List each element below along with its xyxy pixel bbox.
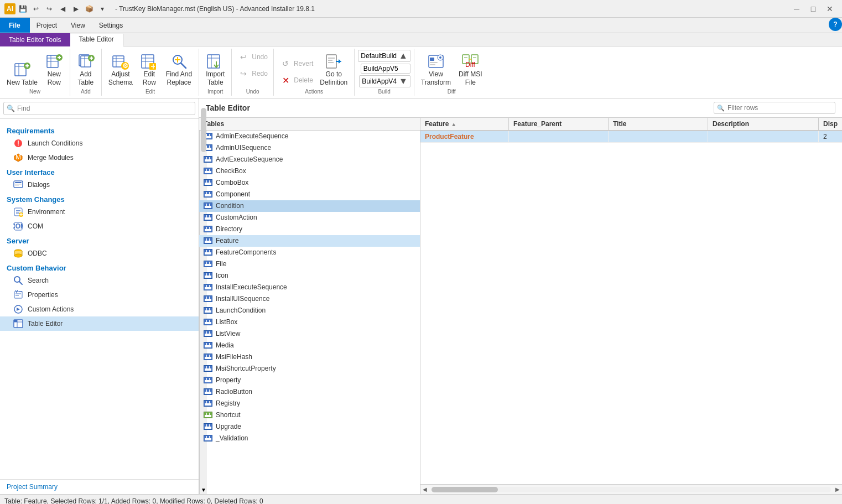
ribbon-tab-table-editor-tools[interactable]: Table Editor Tools (0, 33, 70, 46)
col-display[interactable]: Disp (819, 118, 842, 130)
build-app-v5-dropdown[interactable]: BuildAppV5 (361, 64, 410, 74)
data-grid-row[interactable]: ProductFeature 2 (420, 131, 842, 143)
properties-icon: V= (13, 290, 23, 300)
sidebar-item-environment[interactable]: Environment (0, 205, 199, 219)
add-table-button[interactable]: AddTable (74, 51, 98, 87)
sidebar-item-odbc[interactable]: ODBC (0, 246, 199, 261)
sidebar-item-launch-conditions[interactable]: ! Launch Conditions (0, 136, 199, 150)
main-content: 🔍 Requirements ! Launch Conditions (0, 98, 842, 494)
data-grid-hscroll[interactable]: ◀ ▶ (420, 484, 842, 494)
table-item-listview[interactable]: ListView (199, 328, 420, 340)
table-item-property[interactable]: Property (199, 375, 420, 386)
table-item-checkbox[interactable]: CheckBox (199, 165, 420, 177)
undo-qat-icon[interactable]: ↩ (30, 3, 42, 15)
filter-rows-input[interactable] (714, 102, 835, 114)
settings-menu[interactable]: Settings (92, 18, 130, 33)
menu-bar: File Project View Settings ? (0, 18, 842, 33)
table-item-msi-shortcut-prop[interactable]: MsiShortcutProperty (199, 363, 420, 375)
com-icon: COM (13, 221, 23, 231)
table-item-component[interactable]: Component (199, 189, 420, 200)
col-description[interactable]: Description (708, 118, 819, 130)
forward-icon[interactable]: ▶ (70, 3, 82, 15)
table-item-install-execute-seq[interactable]: InstallExecuteSequence (199, 282, 420, 293)
sidebar-item-dialogs[interactable]: Dialogs (0, 178, 199, 192)
sidebar-scroll-thumb[interactable] (201, 108, 206, 152)
project-summary-link[interactable]: Project Summary (0, 479, 199, 494)
new-row-button[interactable]: NewRow (42, 51, 66, 87)
sidebar-vscroll[interactable]: ▲ ▼ (199, 98, 207, 494)
view-menu[interactable]: View (64, 18, 92, 33)
adjust-schema-button[interactable]: ⚙ AdjustSchema (105, 51, 136, 87)
table-item-icon[interactable]: Icon (199, 270, 420, 282)
table-item-condition[interactable]: Condition (199, 200, 420, 212)
sidebar-item-search[interactable]: Search (0, 273, 199, 288)
edit-row-button[interactable]: EditRow (137, 51, 162, 87)
table-item-admin-execute-seq[interactable]: AdminExecuteSequence (199, 131, 420, 142)
go-to-definition-icon (325, 53, 342, 70)
col-feature-parent[interactable]: Feature_Parent (509, 118, 609, 130)
sidebar-item-table-editor[interactable]: Table Editor (0, 316, 199, 331)
table-item-label: Media (216, 341, 234, 349)
col-feature[interactable]: Feature ▲ (420, 118, 509, 130)
delete-button[interactable]: ✕ Delete (277, 73, 315, 87)
table-item-feature[interactable]: Feature (199, 235, 420, 247)
table-item-combobox[interactable]: ComboBox (199, 177, 420, 189)
table-item-listbox[interactable]: ListBox (199, 316, 420, 328)
table-item-label: MsiFileHash (216, 353, 252, 361)
table-item-admin-ui-seq[interactable]: AdminUISequence (199, 142, 420, 154)
hscroll-left-arrow[interactable]: ◀ (420, 486, 429, 492)
table-item-msi-file-hash[interactable]: MsiFileHash (199, 351, 420, 363)
dropdown-icon[interactable]: ▾ (96, 3, 108, 15)
diff-msi-file-button[interactable]: Diff Diff MSIFile (455, 51, 485, 87)
table-item-advt-execute-seq[interactable]: AdvtExecuteSequence (199, 154, 420, 165)
sidebar-search-input[interactable] (3, 102, 195, 115)
sidebar-search-area: 🔍 (0, 98, 199, 119)
table-item-upgrade[interactable]: Upgrade (199, 421, 420, 433)
ribbon-tab-table-editor[interactable]: Table Editor (70, 34, 123, 46)
table-item-directory[interactable]: Directory (199, 224, 420, 235)
view-transform-icon (427, 53, 445, 70)
sidebar-item-com[interactable]: COM COM (0, 219, 199, 233)
revert-button[interactable]: ↺ Revert (277, 56, 315, 71)
back-icon[interactable]: ◀ (56, 3, 69, 15)
table-item-launch-condition[interactable]: LaunchCondition (199, 305, 420, 316)
sidebar-item-merge-modules[interactable]: M Merge Modules (0, 150, 199, 165)
col-title[interactable]: Title (609, 118, 708, 130)
go-to-definition-button[interactable]: Go toDefinition (316, 51, 351, 87)
table-item-install-ui-seq[interactable]: InstallUISequence (199, 293, 420, 305)
minimize-button[interactable]: ─ (789, 3, 804, 14)
build-scroll-down[interactable]: ▼ (399, 76, 408, 86)
sidebar-item-custom-actions[interactable]: Custom Actions (0, 302, 199, 316)
hscroll-thumb[interactable] (432, 487, 498, 492)
ribbon-group-diff-label: Diff (418, 87, 486, 95)
redo-qat-icon[interactable]: ↪ (43, 3, 55, 15)
table-item-custom-action[interactable]: CustomAction (199, 212, 420, 224)
table-editor-panel: Table Editor 🔍 Tables AdminExecuteSequen… (199, 98, 842, 494)
help-button[interactable]: ? (829, 18, 842, 31)
table-item-media[interactable]: Media (199, 340, 420, 351)
view-transform-button[interactable]: ViewTransform (418, 51, 454, 87)
table-item-registry[interactable]: Registry (199, 398, 420, 409)
default-build-dropdown[interactable]: DefaultBuild ▲ (358, 50, 410, 62)
msi-icon[interactable]: 📦 (83, 3, 95, 15)
ribbon-group-actions: ↺ Revert ✕ Delete (274, 49, 355, 96)
undo-button[interactable]: ↩ Undo (235, 50, 270, 64)
redo-button[interactable]: ↪ Redo (235, 66, 270, 81)
sidebar-item-properties[interactable]: V= Properties (0, 288, 199, 302)
new-table-button[interactable]: New Table (3, 60, 41, 87)
build-scroll-up[interactable]: ▲ (399, 51, 408, 61)
build-app-v4-dropdown[interactable]: BuildAppV4 ▼ (359, 75, 410, 87)
save-icon[interactable]: 💾 (17, 3, 29, 15)
find-and-replace-button[interactable]: Find AndReplace (163, 51, 195, 87)
table-item-file[interactable]: File (199, 258, 420, 270)
project-menu[interactable]: Project (30, 18, 64, 33)
maximize-button[interactable]: □ (805, 3, 821, 14)
table-item-validation[interactable]: _Validation (199, 433, 420, 444)
table-item-shortcut[interactable]: Shortcut (199, 409, 420, 421)
close-button[interactable]: ✕ (822, 3, 838, 14)
table-item-feature-components[interactable]: FeatureComponents (199, 247, 420, 258)
table-item-radiobutton[interactable]: RadioButton (199, 386, 420, 398)
import-table-button[interactable]: ImportTable (202, 51, 228, 87)
hscroll-right-arrow[interactable]: ▶ (833, 486, 842, 492)
file-menu[interactable]: File (0, 18, 30, 33)
